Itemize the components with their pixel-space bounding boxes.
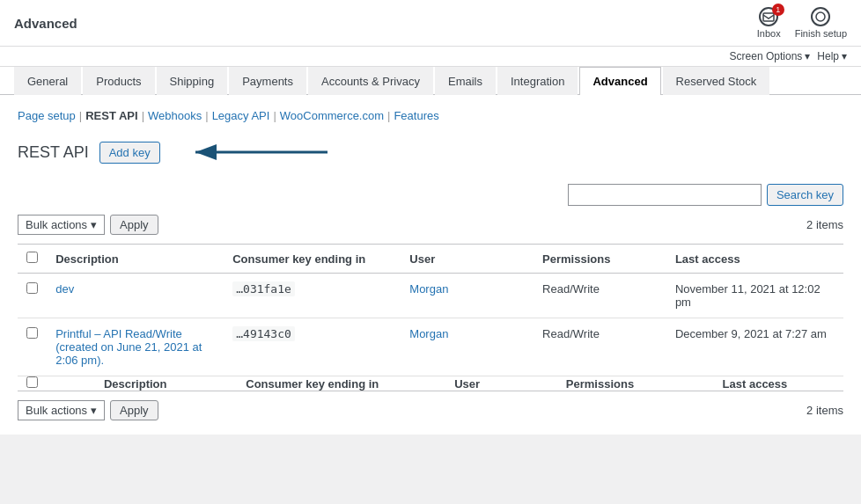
row2-permissions: Read/Write bbox=[534, 318, 666, 376]
th-checkbox bbox=[18, 245, 47, 274]
search-input[interactable] bbox=[568, 184, 762, 206]
th-user: User bbox=[401, 245, 534, 274]
content-area: Page setup | REST API | Webhooks | Legac… bbox=[0, 95, 861, 435]
tfoot-th-permissions: Permissions bbox=[534, 376, 666, 391]
select-all-checkbox-bottom[interactable] bbox=[26, 376, 38, 388]
finish-setup-button[interactable]: Finish setup bbox=[795, 7, 847, 39]
bulk-actions-select-top[interactable]: Bulk actions ▾ bbox=[18, 215, 105, 235]
sep-3: | bbox=[205, 109, 208, 122]
inbox-icon: 1 bbox=[759, 7, 778, 26]
tfoot-th-checkbox bbox=[18, 376, 47, 391]
bulk-actions-label-bottom: Bulk actions bbox=[26, 404, 87, 417]
tab-payments[interactable]: Payments bbox=[229, 67, 306, 95]
row1-description: dev bbox=[47, 274, 224, 318]
finish-setup-label: Finish setup bbox=[795, 28, 847, 39]
row2-checkbox[interactable] bbox=[26, 327, 38, 339]
row2-consumer-key-value: …49143c0 bbox=[232, 326, 295, 341]
inbox-button[interactable]: 1 Inbox bbox=[757, 7, 781, 39]
row1-checkbox-cell bbox=[18, 274, 47, 318]
sep-1: | bbox=[79, 109, 82, 122]
screen-options-bar: Screen Options ▾ Help ▾ bbox=[0, 47, 861, 67]
row1-consumer-key: …031fa1e bbox=[224, 274, 401, 318]
search-area: Search key bbox=[18, 184, 843, 206]
top-bar-actions: 1 Inbox Finish setup bbox=[757, 7, 847, 39]
search-key-button[interactable]: Search key bbox=[767, 184, 843, 206]
row2-consumer-key: …49143c0 bbox=[224, 318, 401, 376]
tab-general[interactable]: General bbox=[14, 67, 81, 95]
subnav-features[interactable]: Features bbox=[394, 109, 438, 122]
api-keys-table: Description Consumer key ending in User … bbox=[18, 244, 843, 391]
sub-nav: Page setup | REST API | Webhooks | Legac… bbox=[18, 109, 843, 122]
table-footer-header-row: Description Consumer key ending in User … bbox=[18, 376, 843, 391]
subnav-webhooks[interactable]: Webhooks bbox=[148, 109, 202, 122]
svg-point-1 bbox=[816, 12, 825, 21]
table-row: Printful – API Read/Write (created on Ju… bbox=[18, 318, 843, 376]
sep-2: | bbox=[142, 109, 144, 122]
bulk-actions-select-bottom[interactable]: Bulk actions ▾ bbox=[18, 400, 105, 420]
bulk-actions-bar-bottom: Bulk actions ▾ Apply 2 items bbox=[18, 391, 843, 420]
th-description: Description bbox=[47, 245, 224, 274]
th-permissions: Permissions bbox=[534, 245, 666, 274]
row2-description: Printful – API Read/Write (created on Ju… bbox=[47, 318, 224, 376]
bulk-actions-label-top: Bulk actions bbox=[26, 218, 87, 231]
apply-button-top[interactable]: Apply bbox=[110, 215, 158, 235]
rest-api-header: REST API Add key bbox=[18, 135, 843, 170]
row2-description-link[interactable]: Printful – API Read/Write (created on Ju… bbox=[55, 327, 202, 367]
select-all-checkbox-top[interactable] bbox=[26, 252, 38, 263]
sep-5: | bbox=[387, 109, 390, 122]
subnav-page-setup[interactable]: Page setup bbox=[18, 109, 76, 122]
subnav-legacy-api[interactable]: Legacy API bbox=[212, 109, 270, 122]
row1-description-link[interactable]: dev bbox=[55, 282, 74, 296]
bulk-actions-chevron-icon-top: ▾ bbox=[91, 218, 97, 231]
tab-products[interactable]: Products bbox=[83, 67, 154, 95]
tfoot-th-description: Description bbox=[47, 376, 224, 391]
sep-4: | bbox=[273, 109, 276, 122]
row2-last-access: December 9, 2021 at 7:27 am bbox=[666, 318, 843, 376]
bulk-actions-left-top: Bulk actions ▾ Apply bbox=[18, 215, 158, 235]
table-header-row: Description Consumer key ending in User … bbox=[18, 245, 843, 274]
svg-rect-0 bbox=[763, 13, 774, 21]
row1-consumer-key-value: …031fa1e bbox=[232, 281, 295, 296]
tfoot-th-user: User bbox=[401, 376, 534, 391]
row1-user-link[interactable]: Morgan bbox=[409, 282, 448, 296]
bulk-actions-bar-top: Bulk actions ▾ Apply 2 items bbox=[18, 215, 843, 235]
screen-options-chevron-icon: ▾ bbox=[805, 50, 810, 62]
row1-permissions: Read/Write bbox=[534, 274, 666, 318]
items-count-top: 2 items bbox=[806, 218, 843, 231]
subnav-rest-api-current: REST API bbox=[85, 109, 137, 122]
inbox-badge: 1 bbox=[772, 4, 784, 16]
subnav-woocommerce[interactable]: WooCommerce.com bbox=[280, 109, 384, 122]
screen-options-label: Screen Options bbox=[730, 50, 803, 62]
row2-user: Morgan bbox=[401, 318, 534, 376]
inbox-label: Inbox bbox=[757, 28, 781, 39]
bulk-actions-chevron-icon-bottom: ▾ bbox=[91, 404, 97, 417]
help-label: Help bbox=[817, 50, 839, 62]
bulk-actions-left-bottom: Bulk actions ▾ Apply bbox=[18, 400, 158, 420]
tab-reserved-stock[interactable]: Reserved Stock bbox=[663, 67, 770, 95]
row2-checkbox-cell bbox=[18, 318, 47, 376]
table-row: dev …031fa1e Morgan Read/Write November … bbox=[18, 274, 843, 318]
tab-integration[interactable]: Integration bbox=[497, 67, 578, 95]
tab-advanced[interactable]: Advanced bbox=[579, 67, 660, 95]
rest-api-title: REST API bbox=[18, 143, 89, 162]
tabs-bar: General Products Shipping Payments Accou… bbox=[0, 67, 861, 95]
help-button[interactable]: Help ▾ bbox=[817, 50, 847, 62]
th-consumer-key: Consumer key ending in bbox=[224, 245, 401, 274]
arrow-annotation bbox=[178, 135, 336, 170]
tfoot-th-consumer-key: Consumer key ending in bbox=[224, 376, 401, 391]
tab-shipping[interactable]: Shipping bbox=[157, 67, 228, 95]
tab-emails[interactable]: Emails bbox=[435, 67, 496, 95]
tfoot-th-last-access: Last access bbox=[666, 376, 843, 391]
page-title: Advanced bbox=[14, 16, 77, 31]
top-bar: Advanced 1 Inbox Finish setup bbox=[0, 0, 861, 47]
apply-button-bottom[interactable]: Apply bbox=[110, 400, 158, 420]
finish-setup-icon bbox=[811, 7, 830, 26]
screen-options-button[interactable]: Screen Options ▾ bbox=[730, 50, 811, 62]
row1-checkbox[interactable] bbox=[26, 282, 38, 294]
row1-last-access: November 11, 2021 at 12:02 pm bbox=[666, 274, 843, 318]
help-chevron-icon: ▾ bbox=[842, 50, 847, 62]
tab-accounts-privacy[interactable]: Accounts & Privacy bbox=[308, 67, 433, 95]
add-key-button[interactable]: Add key bbox=[99, 142, 160, 164]
row1-user: Morgan bbox=[401, 274, 534, 318]
row2-user-link[interactable]: Morgan bbox=[409, 327, 448, 340]
